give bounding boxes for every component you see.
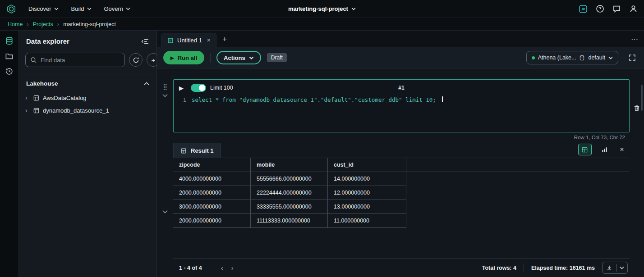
table-cell: 14.000000000 bbox=[328, 172, 406, 186]
chevron-down-icon bbox=[608, 56, 613, 59]
connection-label: Athena (Lake... bbox=[538, 54, 576, 61]
nav-menu-discover[interactable]: Discover bbox=[23, 0, 64, 18]
next-page-icon[interactable]: › bbox=[231, 264, 234, 272]
table-cell: 33335555.000000000 bbox=[251, 200, 328, 213]
table-cell: 11113333.000000000 bbox=[251, 214, 328, 227]
code-editor[interactable]: 1 select * from "dynamodb_datasource_1".… bbox=[174, 95, 629, 132]
table-row: 4000.000000000 55556666.000000000 14.000… bbox=[173, 172, 406, 186]
chevron-right-icon: › bbox=[25, 94, 30, 101]
left-icon-rail bbox=[0, 31, 19, 277]
drag-handle-icon[interactable]: ⣿ bbox=[163, 84, 167, 90]
nav-right bbox=[579, 5, 638, 14]
table-header-row: zipcode mobile cust_id bbox=[173, 158, 630, 172]
limit-toggle-wrap: Limit 100 bbox=[191, 84, 233, 92]
breadcrumb-projects[interactable]: Projects bbox=[33, 21, 53, 27]
nav-menu-govern[interactable]: Govern bbox=[99, 0, 136, 18]
tab-untitled-1[interactable]: Untitled 1 ✕ bbox=[161, 33, 216, 47]
cell-header: ▶ Limit 100 #1 bbox=[174, 80, 629, 95]
limit-toggle[interactable] bbox=[191, 84, 206, 92]
database-icon bbox=[33, 95, 40, 101]
results-table: zipcode mobile cust_id 4000.000000000 55… bbox=[173, 158, 630, 228]
chart-view-icon[interactable] bbox=[598, 144, 612, 155]
chevron-right-icon: › bbox=[27, 21, 28, 27]
sql-code: select * from "dynamodb_datasource_1"."d… bbox=[192, 96, 436, 127]
search-input[interactable] bbox=[41, 57, 120, 64]
download-split-button bbox=[602, 262, 628, 274]
run-cell-icon[interactable]: ▶ bbox=[179, 85, 184, 91]
download-options-icon[interactable] bbox=[616, 266, 627, 269]
new-tab-button[interactable]: + bbox=[222, 35, 227, 44]
results-footer: 1 - 4 of 4 ‹ › Total rows: 4 Elapsed tim… bbox=[173, 258, 630, 277]
search-box bbox=[25, 53, 125, 67]
nav-menu-label: Build bbox=[71, 5, 84, 12]
limit-toggle-label: Limit 100 bbox=[210, 85, 233, 91]
spacer bbox=[173, 228, 630, 258]
delete-cell-icon[interactable] bbox=[633, 84, 640, 132]
lakehouse-section-header: Lakehouse bbox=[19, 74, 156, 91]
database-icon bbox=[579, 55, 585, 61]
rail-history-icon[interactable] bbox=[5, 67, 14, 76]
sql-query-cell: ▶ Limit 100 #1 1 select * from "dynamodb… bbox=[173, 79, 630, 132]
more-options-icon[interactable]: ⋯ bbox=[631, 35, 639, 43]
query-cell-row: ⣿ ▶ Limit 100 #1 1 bbox=[157, 79, 644, 132]
search-icon bbox=[30, 57, 37, 64]
chevron-down-icon bbox=[54, 7, 59, 10]
database-icon bbox=[33, 107, 40, 114]
project-selector[interactable]: marketing-sql-project bbox=[288, 5, 356, 12]
user-profile-icon[interactable] bbox=[629, 5, 638, 13]
tree-item-label: AwsDataCatalog bbox=[43, 95, 87, 101]
rail-data-explorer-icon[interactable] bbox=[5, 36, 14, 45]
table-cell: 55556666.000000000 bbox=[251, 172, 328, 186]
tree-item-label: dynamodb_datasource_1 bbox=[43, 107, 109, 114]
table-cell: 2000.000000000 bbox=[173, 186, 251, 200]
main-area: Data explorer bbox=[0, 31, 644, 277]
divider bbox=[210, 53, 211, 63]
fullscreen-icon[interactable] bbox=[629, 54, 636, 61]
close-results-icon[interactable]: ✕ bbox=[620, 146, 624, 153]
editor-workspace: Untitled 1 ✕ + ⋯ ▶ Run all Actions Draft bbox=[157, 31, 644, 277]
cell-number: #1 bbox=[398, 85, 404, 91]
column-header: cust_id bbox=[328, 158, 406, 172]
table-cell: 3000.000000000 bbox=[173, 200, 251, 213]
help-icon[interactable] bbox=[596, 5, 604, 13]
breadcrumb-current: marketing-sql-project bbox=[63, 21, 116, 27]
breadcrumb-home[interactable]: Home bbox=[8, 21, 23, 27]
plus-glyph: + bbox=[152, 56, 156, 64]
actions-button[interactable]: Actions bbox=[216, 51, 261, 64]
line-number: 1 bbox=[179, 96, 186, 127]
data-explorer-panel: Data explorer bbox=[19, 31, 157, 277]
cell-gutter: ⣿ bbox=[157, 79, 173, 132]
collapse-panel-icon[interactable] bbox=[141, 38, 149, 45]
explorer-search-row: + bbox=[19, 50, 156, 74]
collapse-cell-icon[interactable] bbox=[162, 94, 168, 97]
scrollbar[interactable] bbox=[641, 85, 643, 111]
status-dot-icon bbox=[532, 56, 535, 59]
collapse-results-icon[interactable] bbox=[162, 146, 168, 277]
table-cell: 4000.000000000 bbox=[173, 172, 251, 186]
project-selector-label: marketing-sql-project bbox=[288, 5, 348, 12]
refresh-icon[interactable] bbox=[129, 53, 143, 67]
prev-page-icon[interactable]: ‹ bbox=[221, 264, 223, 272]
chevron-right-icon: › bbox=[57, 21, 59, 27]
elapsed-time-label: Elapsed time: 16161 ms bbox=[531, 265, 595, 271]
nav-menu-build[interactable]: Build bbox=[66, 0, 97, 18]
tab-result-1[interactable]: Result 1 bbox=[173, 143, 221, 158]
table-row: 3000.000000000 33335555.000000000 13.000… bbox=[173, 200, 406, 214]
table-cell: 12.000000000 bbox=[328, 186, 406, 200]
total-rows-label: Total rows: 4 bbox=[482, 265, 516, 271]
app-logo-icon[interactable] bbox=[6, 4, 16, 14]
divider bbox=[524, 263, 524, 272]
table-view-icon[interactable] bbox=[578, 144, 592, 155]
run-all-button[interactable]: ▶ Run all bbox=[163, 51, 204, 64]
chevron-up-icon[interactable] bbox=[144, 82, 149, 86]
close-icon[interactable]: ✕ bbox=[207, 37, 211, 43]
connection-selector[interactable]: Athena (Lake... default bbox=[526, 51, 618, 64]
column-header: zipcode bbox=[173, 158, 251, 172]
tree-item-awsdatacatalog[interactable]: › AwsDataCatalog bbox=[19, 91, 156, 104]
sagemaker-app-icon[interactable] bbox=[579, 5, 588, 14]
download-icon[interactable] bbox=[603, 265, 616, 271]
rail-files-icon[interactable] bbox=[5, 52, 14, 60]
tree-item-dynamodb-datasource[interactable]: › dynamodb_datasource_1 bbox=[19, 104, 156, 117]
results-panel: Result 1 bbox=[173, 142, 630, 277]
feedback-chat-icon[interactable] bbox=[612, 5, 621, 13]
